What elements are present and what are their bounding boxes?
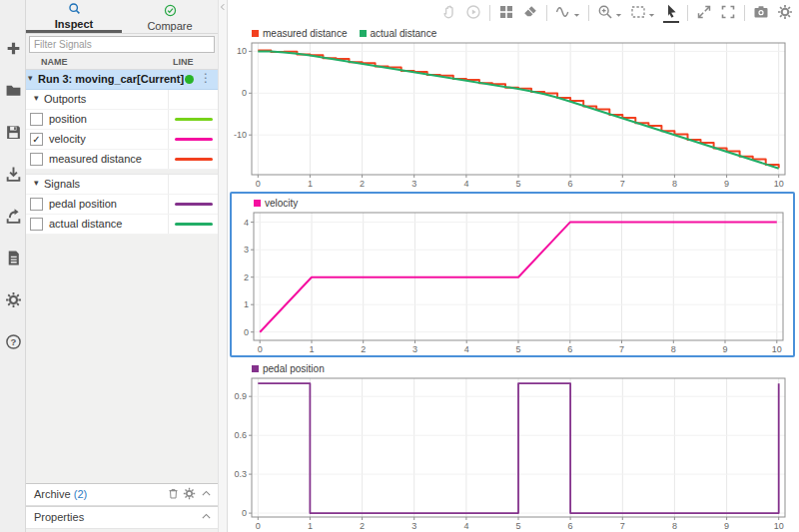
signal-line-swatch (175, 223, 213, 226)
import-button[interactable] (0, 154, 26, 196)
signal-label: actual distance (49, 218, 122, 230)
chevron-up-icon[interactable] (200, 487, 213, 502)
plot-settings-button[interactable] (777, 4, 793, 23)
signal-checkbox[interactable]: ✓ (30, 133, 43, 146)
x-tick-label: 9 (724, 179, 729, 189)
panel-scrollbar-strip[interactable] (218, 0, 228, 532)
zoom-button[interactable] (597, 4, 622, 23)
chevron-down-icon[interactable]: ▾ (28, 73, 33, 83)
filter-signals-input[interactable] (29, 36, 215, 53)
x-tick-label: 7 (620, 179, 625, 189)
column-header-name: NAME (41, 57, 68, 67)
preferences-button[interactable] (0, 279, 26, 321)
signal-label: measured distance (49, 153, 142, 165)
clear-plots-button[interactable] (522, 4, 538, 23)
help-button[interactable]: ? (0, 321, 26, 363)
create-report-button[interactable] (0, 238, 26, 279)
chevron-down-icon[interactable]: ▾ (34, 93, 39, 103)
search-icon (68, 2, 81, 17)
caret-down-icon (648, 12, 655, 19)
export-icon (5, 208, 22, 227)
add-button[interactable] (0, 28, 26, 70)
toolbar-separator (744, 5, 745, 21)
snapshot-button[interactable] (753, 4, 769, 23)
plus-icon (5, 40, 22, 59)
chart-distance[interactable]: measured distanceactual distance 0123456… (230, 26, 795, 190)
archive-section-header[interactable]: Archive (2) (26, 483, 218, 506)
group-label: Signals (44, 178, 80, 190)
subplot-layout-button[interactable] (498, 4, 514, 23)
x-tick-label: 2 (360, 521, 365, 531)
gear-icon[interactable] (183, 487, 196, 502)
x-tick-label: 0 (258, 344, 263, 354)
group-row-signals[interactable]: ▾Signals (26, 175, 218, 195)
fullscreen-button[interactable] (720, 4, 736, 23)
chart-canvas[interactable]: 0123456789100.90.60.30 (230, 375, 795, 532)
x-tick-label: 8 (672, 521, 677, 531)
cursor-icon (663, 3, 679, 21)
save-icon (5, 124, 22, 143)
chevron-down-icon[interactable]: ▾ (34, 178, 39, 188)
x-tick-label: 8 (672, 179, 677, 189)
signal-checkbox[interactable] (30, 153, 43, 166)
run-row[interactable]: ▾Run 3: moving_car[Current]⋮ (26, 70, 218, 90)
fit-to-view-button[interactable] (630, 4, 655, 23)
legend-swatch (360, 30, 367, 37)
group-row-outports[interactable]: ▾Outports (26, 90, 218, 110)
legend-item: velocity (254, 198, 298, 209)
y-tick-label: -10 (234, 130, 247, 140)
chart-canvas[interactable]: 01234567891043210 (232, 210, 793, 355)
signal-browser-panel: Inspect Compare NAME LINE ▾Run 3: moving… (26, 0, 218, 532)
kebab-menu-icon[interactable]: ⋮ (200, 71, 212, 85)
zoom-icon (597, 4, 613, 22)
archive-count: (2) (74, 488, 87, 500)
signal-row-position[interactable]: position (26, 110, 218, 130)
save-button[interactable] (0, 112, 26, 154)
caret-down-icon (615, 12, 622, 19)
hand-icon (441, 4, 457, 22)
tab-inspect[interactable]: Inspect (26, 0, 122, 33)
signal-checkbox[interactable] (30, 218, 43, 231)
export-button[interactable] (0, 196, 26, 238)
x-tick-label: 3 (411, 179, 416, 189)
fit-icon (630, 4, 646, 22)
tab-compare[interactable]: Compare (122, 0, 218, 33)
signal-row-measured-distance[interactable]: measured distance (26, 150, 218, 170)
replay-button[interactable] (465, 4, 481, 23)
legend-item: actual distance (360, 28, 437, 39)
signal-checkbox[interactable] (30, 113, 43, 126)
signal-line-swatch (175, 203, 213, 206)
run-label: Run 3: moving_car[Current] (38, 73, 184, 85)
y-tick-label: 0 (242, 508, 247, 518)
y-tick-label: 0 (242, 88, 247, 98)
chart-velocity[interactable]: velocity 01234567891043210 (230, 192, 795, 357)
chevron-up-icon[interactable] (200, 510, 213, 525)
signal-trace-button[interactable] (555, 4, 580, 23)
chart-legend: velocity (232, 194, 793, 210)
x-tick-label: 1 (309, 344, 314, 354)
x-tick-label: 5 (515, 179, 520, 189)
chevron-left-icon[interactable] (218, 2, 228, 14)
x-tick-label: 3 (412, 344, 417, 354)
signal-row-velocity[interactable]: ✓velocity (26, 130, 218, 150)
pan-button[interactable] (441, 4, 457, 23)
trash-icon[interactable] (167, 487, 180, 502)
gear-icon (777, 4, 793, 22)
expand-button[interactable] (696, 4, 712, 23)
chart-pedal-position[interactable]: pedal position 0123456789100.90.60.30 (230, 361, 795, 532)
column-divider (168, 90, 169, 109)
properties-section-header[interactable]: Properties (26, 506, 218, 529)
y-tick-label: 1 (244, 299, 249, 309)
pointer-button[interactable] (663, 3, 679, 23)
signal-row-pedal-position[interactable]: pedal position (26, 195, 218, 215)
chart-canvas[interactable]: 012345678910100-10 (230, 40, 795, 190)
signal-checkbox[interactable] (30, 198, 43, 211)
open-button[interactable] (0, 70, 26, 112)
y-tick-label: 0.3 (234, 469, 247, 479)
signal-row-actual-distance[interactable]: actual distance (26, 215, 218, 235)
x-tick-label: 2 (360, 179, 365, 189)
tab-compare-label: Compare (147, 20, 192, 32)
chart-svg: 01234567891043210 (232, 210, 793, 355)
group-label: Outports (44, 93, 86, 105)
camera-icon (753, 4, 769, 22)
